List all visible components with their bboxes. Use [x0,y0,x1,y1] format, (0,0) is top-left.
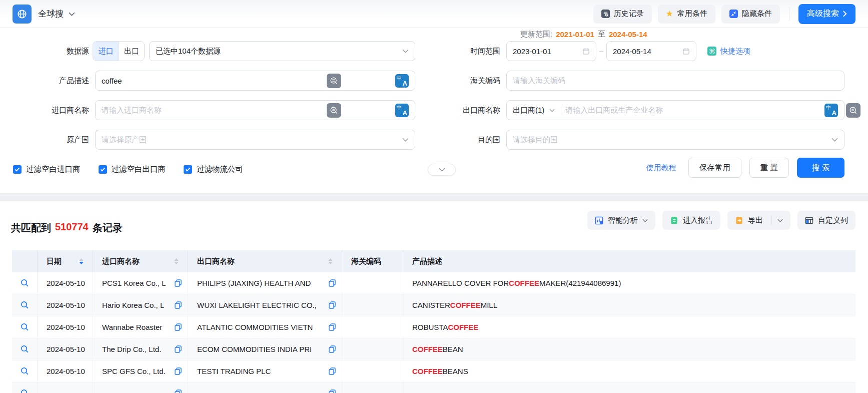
copy-icon[interactable] [175,301,182,309]
translate-icon[interactable]: 中A [824,104,838,117]
form-action-row: 使用教程 保存常用 重 置 搜 索 [506,158,844,178]
translate-icon[interactable]: 中A [395,104,409,117]
header-date[interactable]: 日期 [38,250,93,272]
copy-icon[interactable] [175,323,182,331]
row-detail-search-icon[interactable] [21,301,29,309]
importer-name[interactable]: Hario Korea Co., L [102,301,172,309]
importer-input[interactable]: 请输入进口商名称 中A [95,100,415,120]
hide-conditions-button[interactable]: 隐藏条件 [721,5,780,24]
cell-importer: PCS1 Korea Co., L [93,272,188,294]
synonym-search-icon[interactable] [846,103,860,118]
header-hs-code: 海关编码 [342,250,403,272]
advanced-search-button[interactable]: 高级搜索 [798,4,855,24]
export-button[interactable]: 导出 [727,211,790,230]
dest-country-select[interactable]: 请选择目的国 [506,130,844,150]
importer-placeholder: 请输入进口商名称 [102,106,391,115]
custom-columns-button[interactable]: 自定义列 [797,211,855,230]
translate-icon[interactable]: 中A [395,74,409,88]
toggle-import[interactable]: 进口 [93,42,119,61]
row-detail-search-icon[interactable] [21,367,29,375]
custom-columns-label: 自定义列 [818,216,848,225]
copy-icon[interactable] [175,345,182,353]
header-product-desc-label: 产品描述 [412,257,442,266]
copy-icon[interactable] [175,279,182,287]
exporter-name[interactable]: ATLANTIC COMMODITIES VIETN [197,323,326,331]
summary-prefix: 共匹配到 [11,221,51,235]
copy-icon[interactable] [329,389,336,393]
row-detail-search-icon[interactable] [21,345,29,353]
copy-icon[interactable] [329,323,336,331]
importer-name[interactable]: PCS1 Korea Co., L [102,279,172,287]
copy-icon[interactable] [175,367,182,375]
hide-conditions-label: 隐藏条件 [742,9,772,19]
table-row: 2024-05-10 The Drip Co., Ltd. ECOM COMMO… [12,338,855,360]
saved-conditions-button[interactable]: ★ 常用条件 [658,5,715,24]
hs-code-input[interactable]: 请输入海关编码 [506,71,844,91]
origin-country-field: 请选择原产国 [95,130,415,150]
toggle-export[interactable]: 出口 [119,42,144,61]
table-header-row: 日期 进口商名称 出口商名称 [12,250,855,272]
origin-country-select[interactable]: 请选择原产国 [95,130,415,150]
update-range: 更新范围: 2021-01-01 至 2024-05-14 [520,30,647,39]
checkbox-filter-blank-exporter[interactable]: 过滤空白出口商 [99,164,166,175]
calendar-icon [682,48,690,55]
copy-icon[interactable] [329,367,336,375]
topbar-actions: 历史记录 ★ 常用条件 隐藏条件 高级搜索 [593,4,855,24]
import-export-toggle: 进口 出口 [93,41,145,61]
exporter-name[interactable]: TESTI TRADING PLC [197,367,326,375]
exporter-input[interactable]: 出口商(1) 请输入出口商或生产企业名称 中A [506,100,844,120]
sort-icon[interactable] [174,258,179,264]
end-date-input[interactable]: 2024-05-14 [606,41,696,61]
cell-exporter [188,382,342,393]
cell-exporter: TESTI TRADING PLC [188,360,342,382]
header-importer[interactable]: 进口商名称 [93,250,188,272]
exporter-name[interactable]: WUXI LAKELIGHT ELECTRIC CO., [197,301,326,309]
save-conditions-button[interactable]: 保存常用 [688,158,741,178]
table-body: 2024-05-10 PCS1 Korea Co., L PHILIPS (JI… [12,272,855,393]
reset-button[interactable]: 重 置 [749,158,789,178]
smart-analysis-button[interactable]: BI 智能分析 [587,211,655,230]
chevron-down-icon[interactable] [777,219,783,222]
update-range-to: 至 [598,30,605,39]
advanced-search-label: 高级搜索 [807,9,839,19]
synonym-search-icon[interactable] [327,74,341,88]
copy-icon[interactable] [175,389,182,393]
history-button[interactable]: 历史记录 [593,5,652,24]
data-source-field: 进口 出口 已选中104个数据源 [95,41,415,61]
tutorial-link[interactable]: 使用教程 [646,163,676,173]
exporter-name[interactable]: PHILIPS (JIAXING) HEALTH AND [197,279,326,287]
row-detail-search-icon[interactable] [21,279,29,287]
product-desc-input[interactable]: coffee 中A [95,71,415,91]
importer-name[interactable]: Wannabe Roaster [102,323,172,331]
topbar-divider [789,8,789,21]
copy-icon[interactable] [329,345,336,353]
header-exporter[interactable]: 出口商名称 [188,250,342,272]
checkbox-filter-blank-importer[interactable]: 过滤空白进口商 [13,164,81,175]
cell-date: 2024-05-10 [38,360,93,382]
form-row-4: 原产国 请选择原产国 目的国 请选择目的国 [0,130,868,150]
topbar: 全球搜 历史记录 ★ 常用条件 [0,0,868,28]
search-button[interactable]: 搜 索 [797,158,844,178]
quick-options-link[interactable]: ⌘ 快捷选项 [707,41,750,61]
sort-icon[interactable] [328,258,333,264]
copy-icon[interactable] [329,279,336,287]
cell-importer: Wannabe Roaster [93,316,188,338]
importer-name[interactable]: SPC GFS Co., Ltd. [102,367,172,375]
exporter-type-select[interactable]: 出口商(1) [513,106,561,115]
sort-icon[interactable] [79,258,84,264]
row-detail-search-icon[interactable] [21,389,29,393]
copy-icon[interactable] [329,301,336,309]
synonym-search-icon[interactable] [327,103,341,118]
chevron-down-icon [402,49,409,53]
checkbox-filter-logistics[interactable]: 过滤物流公司 [184,164,243,175]
data-source-select[interactable]: 已选中104个数据源 [149,41,415,61]
importer-name[interactable]: The Drip Co., Ltd. [102,345,172,353]
start-date-input[interactable]: 2023-01-01 [506,41,596,61]
exporter-name[interactable]: ECOM COMMODITIES INDIA PRI [197,345,326,353]
row-detail-search-icon[interactable] [21,323,29,331]
collapse-form-button[interactable] [428,164,456,176]
start-date-value: 2023-01-01 [513,47,578,56]
enter-report-button[interactable]: 进入报告 [662,211,720,230]
title-chevron-down-icon[interactable] [69,12,75,16]
time-range-label: 时间范围 [410,41,500,61]
